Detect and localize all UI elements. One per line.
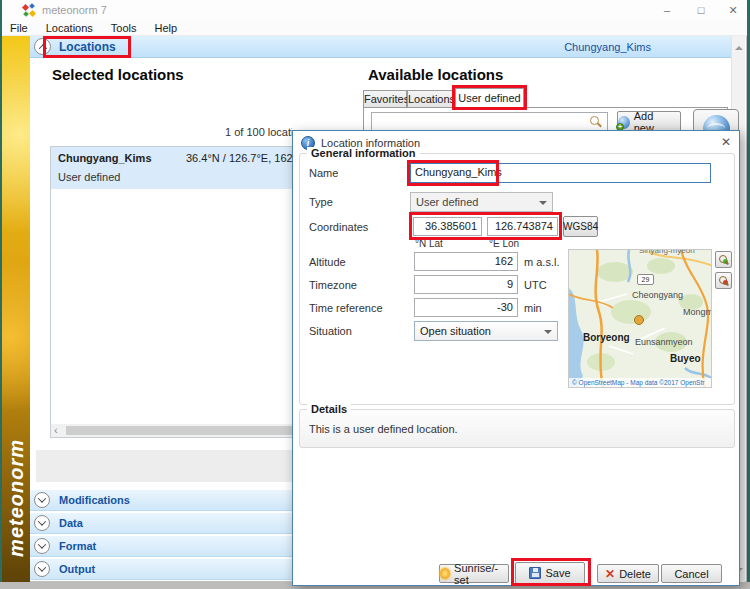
map-attribution: © OpenStreetMap - Map data ©2017 OpenStr: [569, 378, 711, 387]
name-input[interactable]: Chungyang_Kims: [410, 163, 711, 183]
location-marker: [634, 315, 644, 325]
delete-x-icon: ✕: [605, 568, 615, 580]
timezone-label: Timezone: [309, 279, 357, 291]
map-zoom-in-button[interactable]: [715, 251, 732, 268]
tab-favorites[interactable]: Favorites: [363, 90, 407, 108]
wgs84-button[interactable]: WGS84: [563, 216, 598, 237]
map-label-boryeong: Boryeong: [583, 332, 630, 343]
lat-unit-label: °N Lat: [415, 238, 443, 249]
tab-locations[interactable]: Locations: [407, 90, 455, 108]
menu-bar: File Locations Tools Help: [2, 20, 747, 36]
map-label-cheongyang: Cheongyang: [632, 290, 683, 300]
search-input[interactable]: [371, 112, 608, 132]
expand-data-button[interactable]: [34, 515, 50, 531]
menu-tools[interactable]: Tools: [111, 22, 137, 34]
list-item-name: Chungyang_Kims: [58, 152, 152, 164]
chevron-down-icon: [38, 517, 46, 525]
section-bar-locations[interactable]: Locations Chungyang_Kims: [30, 36, 731, 58]
situation-label: Situation: [309, 325, 352, 337]
menu-locations[interactable]: Locations: [46, 22, 93, 34]
latitude-input[interactable]: 36.385601: [413, 217, 482, 236]
scroll-left-icon[interactable]: ‹: [54, 424, 58, 436]
zoom-in-icon: [719, 255, 729, 265]
delete-button[interactable]: ✕ Delete: [597, 564, 659, 583]
section-label-output: Output: [59, 563, 95, 575]
sunrise-set-button[interactable]: Sunrise/-set: [439, 564, 509, 583]
app-logo-icon: [23, 4, 36, 17]
time-reference-label: Time reference: [309, 302, 383, 314]
cancel-button[interactable]: Cancel: [661, 564, 722, 583]
collapse-locations-button[interactable]: [34, 38, 51, 55]
altitude-input[interactable]: 162: [414, 252, 518, 271]
map-label-eunsanmyeon: Eunsanmyeon: [635, 337, 693, 347]
title-bar[interactable]: meteonorm 7 – □ ✕: [2, 0, 747, 20]
add-location-globe-icon: +: [618, 116, 630, 129]
map-label-buyeo: Buyeo: [670, 353, 701, 364]
dropdown-chevron-icon: [544, 330, 552, 338]
chevron-down-icon: [38, 540, 46, 548]
selected-locations-heading: Selected locations: [52, 66, 184, 83]
section-label-format: Format: [59, 540, 96, 552]
section-label-data: Data: [59, 517, 83, 529]
search-icon: [590, 116, 602, 128]
type-dropdown[interactable]: User defined: [410, 192, 553, 212]
time-reference-input[interactable]: -30: [414, 298, 518, 317]
map-zoom-out-button[interactable]: [715, 272, 732, 289]
longitude-input[interactable]: 126.743874: [487, 217, 558, 236]
lon-unit-label: °E Lon: [489, 238, 519, 249]
zoom-out-icon: [719, 276, 729, 286]
route-29-badge: 29: [637, 274, 654, 285]
altitude-unit-label: m a.s.l.: [524, 256, 559, 268]
locations-count: 1 of 100 locations: [225, 126, 292, 138]
section-label-modifications: Modifications: [59, 494, 130, 506]
window-title: meteonorm 7: [42, 4, 107, 16]
type-label: Type: [309, 196, 333, 208]
dialog-close-icon[interactable]: ✕: [721, 135, 731, 149]
sun-icon: [440, 568, 450, 579]
name-label: Name: [309, 167, 338, 179]
map-label-sinyang: Sinyang-myeon: [639, 249, 695, 255]
coordinates-label: Coordinates: [309, 221, 368, 233]
minimize-button[interactable]: –: [652, 0, 682, 20]
map-label-mongm: Mongm: [683, 307, 712, 317]
save-icon: [529, 567, 541, 579]
list-item-type: User defined: [58, 171, 120, 183]
situation-dropdown[interactable]: Open situation: [414, 321, 558, 341]
section-label-locations: Locations: [59, 40, 116, 54]
menu-help[interactable]: Help: [155, 22, 178, 34]
location-information-dialog: i Location information ✕ General informa…: [292, 130, 740, 586]
menu-file[interactable]: File: [10, 22, 28, 34]
expand-format-button[interactable]: [34, 538, 50, 554]
close-button[interactable]: ✕: [718, 0, 748, 20]
general-information-legend: General information: [307, 147, 420, 159]
altitude-label: Altitude: [309, 256, 346, 268]
maximize-button[interactable]: □: [686, 0, 716, 20]
brand-logo: meteonorm: [5, 439, 28, 557]
screen: meteonorm 7 – □ ✕ File Locations Tools H…: [0, 0, 750, 589]
chevron-down-icon: [38, 494, 46, 502]
time-reference-unit-label: min: [524, 302, 542, 314]
dropdown-chevron-icon: [539, 201, 547, 209]
timezone-input[interactable]: 9: [414, 275, 518, 294]
list-item-coords: 36.4°N / 126.7°E, 162: [186, 152, 292, 164]
current-location-label: Chungyang_Kims: [564, 41, 651, 53]
scroll-up-icon: [735, 42, 743, 50]
details-legend: Details: [307, 403, 351, 415]
location-map[interactable]: Sinyang-myeon 29 Cheongyang Mongm Boryeo…: [568, 249, 712, 388]
expand-output-button[interactable]: [34, 561, 50, 577]
brand-strip: meteonorm: [2, 36, 30, 582]
save-button[interactable]: Save: [515, 562, 585, 584]
expand-modifications-button[interactable]: [34, 492, 50, 508]
available-locations-heading: Available locations: [368, 66, 503, 83]
tab-user-defined[interactable]: User defined: [455, 88, 524, 108]
chevron-down-icon: [38, 563, 46, 571]
timezone-unit-label: UTC: [524, 279, 547, 291]
chevron-up-icon: [38, 44, 46, 52]
details-text: This is a user defined location.: [309, 423, 458, 435]
